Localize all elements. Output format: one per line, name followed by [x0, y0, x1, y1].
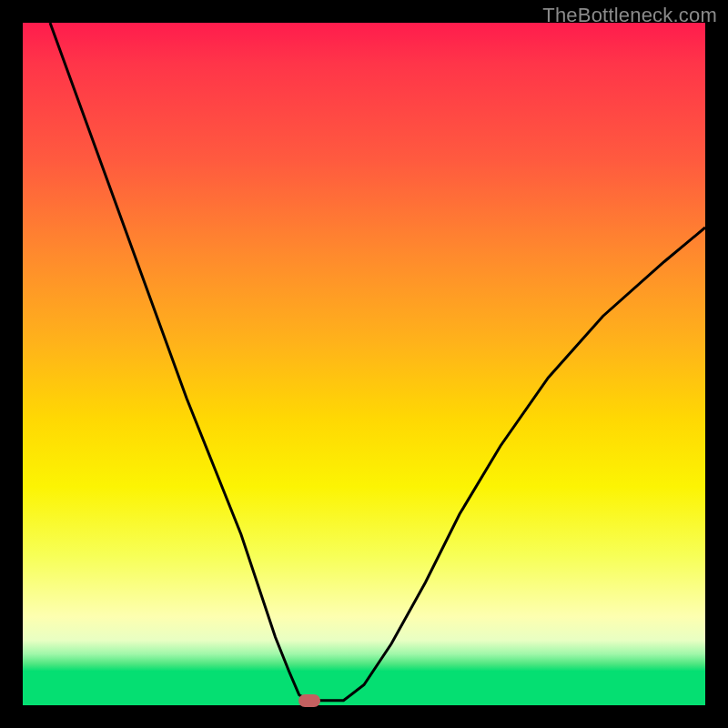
bottleneck-curve: [23, 23, 705, 705]
plot-area: [23, 23, 705, 705]
minimum-marker: [298, 694, 320, 707]
watermark-text: TheBottleneck.com: [542, 4, 717, 27]
chart-frame: TheBottleneck.com: [0, 0, 728, 728]
